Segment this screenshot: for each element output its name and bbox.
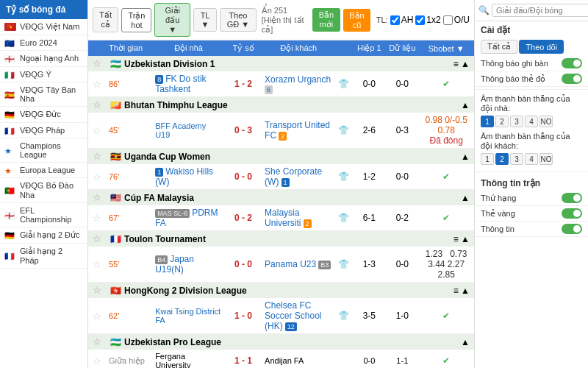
away-team-hk-m1[interactable]: Chelsea FC Soccer School (HK) 12 [265,301,321,330]
star-malaysia-m1[interactable]: ☆ [93,213,101,224]
num-btn-home-no[interactable]: NO [539,116,553,127]
sidebar-item-champions[interactable]: ★ Champions League [0,138,87,163]
match-time-bhutan-m1: 45' [109,126,119,135]
star-hk-m1[interactable]: ☆ [93,311,101,322]
btn-league[interactable]: Giải đấu ▼ [154,3,190,37]
settings-tabs: Tất cả Theo dõi [481,40,582,54]
league-row-hk: ☆ 🇭🇰 HongKong 2 Division League ≡ ▲ [88,283,474,299]
setting-ghi-ban-label: Thông báo ghi bàn [481,59,548,68]
num-btn-away-2[interactable]: 2 [495,153,509,165]
league-star-malaysia[interactable]: ☆ [93,192,101,203]
tl-ou-check[interactable]: O/U [443,15,470,25]
num-btn-home-3[interactable]: 3 [510,116,523,127]
shirt-icon-uganda: 👕 [338,171,349,182]
home-team-uzpro-m1[interactable]: Fergana University [152,350,225,368]
star-toulon-m1[interactable]: ☆ [93,259,101,270]
league-star-uganda[interactable]: ☆ [93,151,101,162]
sidebar-item-euro[interactable]: 🇪🇺 Euro 2024 [0,35,87,51]
toggle-ghi-ban[interactable] [562,58,582,68]
btn-hot[interactable]: Trận hot [121,8,151,32]
star-uzpro-m1[interactable]: ☆ [93,355,101,367]
check-uzpro1: ✔ [442,355,450,366]
sidebar-item-vdqg-vn[interactable]: 🇻🇳 VĐQG Việt Nam [0,19,87,35]
th-score: Tỷ số [225,40,262,56]
league-name-hk: 🇭🇰 HongKong 2 Division League [106,283,418,299]
tab-theo-doi[interactable]: Theo dõi [519,40,564,54]
sidebar-item-france[interactable]: 🇫🇷 VĐQG Pháp [0,123,87,138]
home-team-hk-m1[interactable]: Kwai Tsing District FA [155,307,220,325]
match-time-uz1-m1: 86' [109,79,119,88]
shirt-icon-hk: 👕 [338,311,349,321]
ah-checkbox[interactable] [390,15,400,25]
num-btn-home-4[interactable]: 4 [525,116,538,127]
btn-all[interactable]: Tất cả [93,7,118,32]
sidebar-item-efl[interactable]: 🏴󠁧󠁢󠁥󠁮󠁧󠁿 EFL Championship [0,203,87,227]
league-name-uz1: 🇺🇿 Uzbekistan Division 1 [106,56,418,71]
away-team-bhutan-m1[interactable]: Transport United FC 2 [265,121,330,140]
toggle-the-vang[interactable] [562,208,582,219]
tl-1x2-check[interactable]: 1x2 [415,15,440,25]
num-btn-home-2[interactable]: 2 [495,116,509,127]
th-away: Đội khách [262,40,335,56]
toggle-the-do[interactable] [562,74,582,84]
h1-uganda-m1: 1-2 [363,171,376,182]
score-uz1-m1: 1 - 2 [234,79,252,89]
home-team-bhutan-m1[interactable]: BFF Academy U19 [155,121,206,139]
sidebar-item-germany[interactable]: 🇩🇪 VĐQG Đức [0,107,87,123]
num-btn-home-1[interactable]: 1 [481,116,494,127]
league-star-hk[interactable]: ☆ [93,285,101,296]
btn-ban-moi[interactable]: Bắn mới [312,8,341,32]
away-team-malaysia-m1[interactable]: Malaysia Universiti 2 [265,208,311,227]
home-team-uganda-m1[interactable]: 1 Wakiso Hills (W) [155,167,213,186]
star-uz1-m1[interactable]: ☆ [93,79,101,90]
away-team-uganda-m1[interactable]: She Corporate (W) 1 [265,167,322,186]
toggle-thong-tin[interactable] [562,224,582,234]
away-team-toulon-m1[interactable]: Panama U23 B3 [265,260,331,269]
away-team-uzpro-m1[interactable]: Andijan FA [262,350,335,368]
thong-tin-label: Thông tin [481,224,514,233]
toolbar: Tất cả Trận hot Giải đấu ▼ TL ▼ Theo GĐ … [88,0,474,40]
home-team-malaysia-m1[interactable]: MAS SL-6 PDRM FA [155,208,218,227]
num-btn-away-1[interactable]: 1 [481,153,494,165]
ou-checkbox[interactable] [443,15,453,25]
league-star-toulon[interactable]: ☆ [93,233,101,244]
sidebar-item-france2[interactable]: 🇫🇷 Giải hạng 2 Pháp [0,244,87,269]
league-name-uganda: 🇺🇬 Uganda Cup Women [106,149,418,165]
num-btn-away-3[interactable]: 3 [510,153,523,165]
league-row-toulon: ☆ 🇫🇷 Toulon Tournament ≡ ▲ [88,231,474,247]
tl-ah-check[interactable]: AH [390,15,414,25]
home-team-toulon-m1[interactable]: B4 Japan U19(N) [155,255,194,274]
setting-the-do: Thông báo thẻ đỏ [475,71,588,87]
star-uganda-m1[interactable]: ☆ [93,171,101,183]
home-team-uz1-m1[interactable]: 8 FK Do stik Tashkent [155,74,206,93]
1x2-checkbox[interactable] [415,15,425,25]
num-btn-away-4[interactable]: 4 [525,153,538,165]
league-row-bhutan: ☆ 🇧🇹 Bhutan Thimphu League ▲ [88,97,474,113]
sidebar-item-pl[interactable]: 🏴󠁧󠁢󠁥󠁮󠁧󠁿 Ngoại hạng Anh [0,51,87,67]
league-flag-hk: 🇭🇰 [110,286,121,296]
away-team-uz1-m1[interactable]: Xorazm Urganch 6 [265,75,331,93]
toggle-thu-hang[interactable] [562,193,582,203]
search-input[interactable] [492,4,588,17]
shirt-icon-toulon: 👕 [338,259,349,269]
check-malaysia: ✔ [442,213,450,223]
tab-all[interactable]: Tất cả [481,40,517,54]
sound-home-section: Âm thanh bàn thắng của đội nhà: 1 2 3 4 … [475,92,588,130]
num-btn-away-no[interactable]: NO [539,153,553,165]
sidebar-item-italy[interactable]: 🇮🇹 VĐQG Ý [0,67,87,82]
sidebar-label-europa: Europa League [20,166,75,174]
league-star-uzpro[interactable]: ☆ [93,336,101,347]
league-star-uz1[interactable]: ☆ [93,58,101,69]
sidebar-item-germany2[interactable]: 🇩🇪 Giải hạng 2 Đức [0,227,87,244]
th-sbobet[interactable]: Sbobet ▼ [418,40,474,56]
league-star-bhutan[interactable]: ☆ [93,99,101,110]
btn-ban-cu[interactable]: Bắn cũ [343,9,370,32]
sidebar-item-spain[interactable]: 🇪🇸 VĐQG Tây Ban Nha [0,82,87,107]
sidebar-item-europa[interactable]: ★ Europa League [0,163,87,178]
league-name-uzpro: 🇺🇿 Uzbekistan Pro League [106,334,418,350]
btn-theo-gd[interactable]: Theo GĐ ▼ [220,8,257,32]
sidebar-item-portugal[interactable]: 🇵🇹 VĐQG Bồ Đào Nha [0,178,87,203]
match-time-malaysia-m1: 67' [109,213,119,222]
star-bhutan-m1[interactable]: ☆ [93,125,101,136]
btn-tl[interactable]: TL ▼ [193,8,217,32]
